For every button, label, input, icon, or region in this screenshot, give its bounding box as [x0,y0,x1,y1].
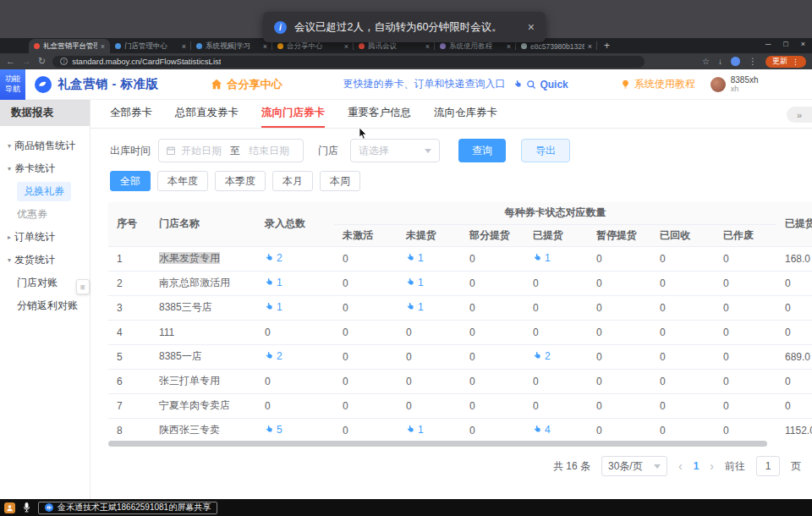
tab-favicon [521,43,527,49]
sidebar-item[interactable]: 优惠券 [0,203,90,226]
browser-tab[interactable]: 门店管理中心× [110,39,191,53]
tab-close-icon[interactable]: × [588,42,592,51]
share-center-link[interactable]: 合分享中心 [211,77,282,92]
cell-count: 0 [398,369,461,393]
bookmark-icon[interactable]: ☆ [702,57,710,66]
count-link[interactable]: 2 [265,252,283,264]
count-link[interactable]: 1 [406,277,424,288]
address-bar[interactable]: i standard.maboy.cn/CardFlowStatisticsLi… [52,56,645,68]
table-container: 序号 门店名称 录入总数 每种券卡状态对应数量 已提货金额 未激活未提货部分提货… [108,202,812,437]
next-page-button[interactable]: › [710,460,714,472]
quick-filter-button[interactable]: 本年度 [157,171,208,191]
content-tab[interactable]: 流向仓库券卡 [434,100,497,128]
prev-page-button[interactable]: ‹ [678,460,683,472]
sidebar-item[interactable]: ▾发货统计 [0,249,90,272]
browser-update-button[interactable]: 更新 ⋮ [765,56,806,68]
browser-tab[interactable]: 礼盒营销平台管理中心× [29,39,110,53]
cell-store-name: 8385一店 [151,344,256,369]
site-info-icon[interactable]: i [60,58,68,65]
store-name-text: 张三打单专用 [159,375,220,387]
chevron-down-icon: ▾ [8,256,11,264]
quick-filter-button[interactable]: 本周 [320,171,360,191]
back-button[interactable]: ← [6,57,15,66]
toast-close-icon[interactable]: × [528,21,535,33]
person-icon[interactable] [4,502,15,513]
sidebar-item[interactable]: 兑换礼券 [0,180,90,203]
content-tab[interactable]: 总部直发券卡 [175,100,239,128]
count-link[interactable]: 1 [406,252,424,264]
cell-count: 0 [334,271,398,295]
content-tab[interactable]: 全部券卡 [110,100,152,128]
quick-filter-button[interactable]: 全部 [110,171,151,191]
current-page[interactable]: 1 [694,460,700,472]
store-name-text: 南京总部激活用 [159,277,230,288]
cell-count: 2 [256,246,334,271]
count-link[interactable]: 2 [533,350,551,362]
count-link[interactable]: 1 [406,301,424,313]
browser-tab[interactable]: 系统视频|学习× [191,39,272,53]
quick-label: Quick [540,79,568,91]
count-link[interactable]: 5 [265,424,283,436]
microphone-icon[interactable] [23,502,30,513]
nav-toggle-button[interactable]: 功能 导航 [0,69,25,100]
store-filter-label: 门店 [318,144,338,158]
tab-title: e8c573980b1328a2586d2e6l [530,42,584,51]
calendar-icon [166,145,176,156]
tab-close-icon[interactable]: × [507,42,511,51]
count-link[interactable]: 1 [265,277,283,288]
tutorial-link[interactable]: 系统使用教程 [621,77,695,91]
goto-page-input[interactable]: 1 [756,456,780,476]
search-icon [526,80,536,90]
quick-search[interactable]: Quick [513,79,568,91]
more-menu-icon[interactable]: ⋮ [749,57,757,66]
store-select[interactable]: 请选择 [350,139,440,162]
count-value: 1 [545,252,551,264]
cell-amount: 0 [776,320,812,344]
sidebar-item[interactable]: ▾券卡统计 [0,157,90,180]
content-tab[interactable]: 重要客户信息 [348,100,411,128]
cell-row-number: 4 [108,320,151,344]
tab-close-icon[interactable]: × [263,42,267,51]
cell-count: 0 [334,295,398,320]
tab-close-icon[interactable]: × [182,42,186,51]
count-value: 1 [277,277,283,288]
profile-avatar[interactable] [731,57,740,66]
quick-filter-button[interactable]: 本月 [272,171,313,191]
refresh-button[interactable]: ↻ [38,57,46,66]
tab-close-icon[interactable]: × [425,42,430,51]
count-link[interactable]: 1 [533,252,551,264]
horizontal-scrollbar[interactable] [108,441,767,447]
sidebar-item[interactable]: 分销返利对账 [0,294,90,317]
forward-button[interactable]: → [22,57,31,66]
column-header-amount: 已提货金额 [776,202,812,246]
count-value: 1 [418,252,424,264]
count-link[interactable]: 1 [265,301,283,313]
cell-count: 0 [524,393,588,418]
count-link[interactable]: 2 [265,350,283,362]
cell-count: 0 [588,393,651,418]
search-button[interactable]: 查询 [458,139,506,162]
count-link[interactable]: 1 [406,424,424,436]
tab-close-icon[interactable]: × [344,42,348,51]
quick-filter-button[interactable]: 本季度 [215,171,266,191]
minimize-button[interactable]: ─ [765,40,771,48]
count-link[interactable]: 4 [533,424,551,436]
cell-count: 0 [715,418,776,437]
lightbulb-icon [621,79,630,90]
chevron-right-icon: ▸ [8,233,11,241]
close-button[interactable]: × [801,40,805,48]
page-size-select[interactable]: 30条/页 [601,456,667,476]
new-tab-button[interactable]: + [604,39,610,52]
user-menu[interactable]: 8385xh xh [710,75,759,94]
download-icon[interactable]: ↓ [718,57,722,66]
sidebar-item[interactable]: ▾商品销售统计 [0,134,90,157]
tab-close-icon[interactable]: × [101,42,105,51]
panel-collapse-button[interactable]: » [787,107,812,123]
count-value: 1 [418,277,424,288]
sidebar-collapse-handle[interactable]: ≡ [76,279,90,294]
date-range-input[interactable]: 开始日期 至 结束日期 [158,139,304,162]
export-button[interactable]: 导出 [521,139,570,162]
sidebar-item[interactable]: ▸订单统计 [0,226,90,249]
content-tab[interactable]: 流向门店券卡 [261,100,325,128]
maximize-button[interactable]: □ [783,40,787,48]
